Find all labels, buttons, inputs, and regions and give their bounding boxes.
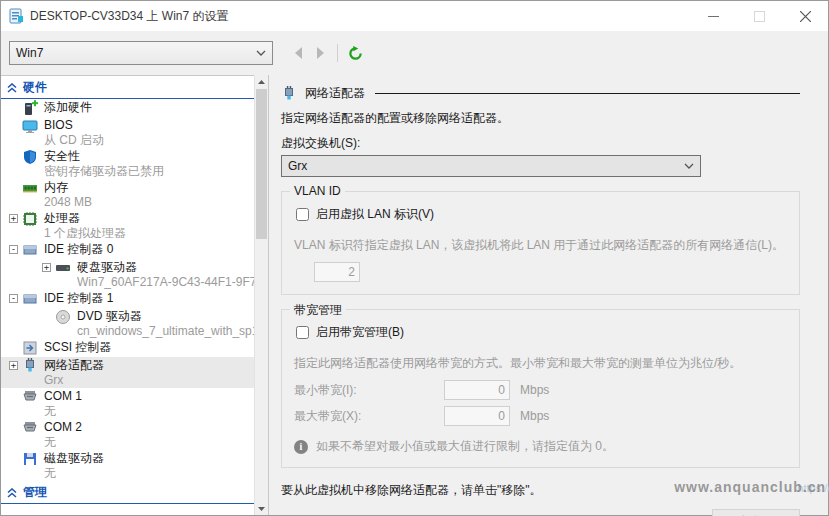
sidebar-item-scsi-controller[interactable]: SCSI 控制器 (1, 339, 255, 357)
vm-selector-dropdown[interactable]: Win7 (9, 41, 273, 65)
header-rule (375, 93, 800, 94)
network-adapter-icon (22, 358, 38, 374)
collapse-toggle[interactable]: - (9, 294, 18, 303)
panel-title: 网络适配器 (305, 85, 365, 102)
refresh-button[interactable] (344, 42, 366, 64)
bandwidth-group-label: 带宽管理 (290, 302, 346, 319)
floppy-drive-icon (22, 451, 38, 467)
ide-controller-icon (22, 291, 38, 307)
toolbar: Win7 (1, 31, 828, 75)
ide-controller-icon (22, 242, 38, 258)
min-bandwidth-label: 最小带宽(I): (294, 382, 444, 399)
sidebar-item-processor[interactable]: + 处理器 1 个虚拟处理器 (1, 210, 255, 241)
bandwidth-groupbox: 带宽管理 启用带宽管理(B) 指定此网络适配器使用网络带宽的方式。最小带宽和最大… (281, 309, 800, 468)
title-bar: DESKTOP-CV33D34 上 Win7 的设置 (1, 1, 828, 31)
sidebar-item-com1[interactable]: COM 1 无 (1, 388, 255, 419)
sidebar-item-hard-drive[interactable]: + 硬盘驱动器 Win7_60AF217A-9C43-44F1-9F74-... (1, 259, 255, 290)
virtual-switch-label: 虚拟交换机(S): (281, 135, 800, 152)
close-button[interactable] (782, 1, 828, 31)
remove-instruction-text: 要从此虚拟机中移除网络适配器，请单击"移除"。 (281, 482, 800, 499)
sidebar-section-hardware[interactable]: 硬件 (1, 76, 255, 99)
vlan-description: VLAN 标识符指定虚拟 LAN，该虚拟机将此 LAN 用于通过此网络适配器的所… (294, 237, 787, 254)
sidebar-item-com2[interactable]: COM 2 无 (1, 419, 255, 450)
bandwidth-description: 指定此网络适配器使用网络带宽的方式。最小带宽和最大带宽的测量单位为兆位/秒。 (294, 355, 787, 372)
vm-selector-value: Win7 (16, 46, 256, 60)
expand-toggle[interactable]: + (42, 263, 51, 272)
max-bandwidth-unit: Mbps (520, 409, 549, 423)
vlan-group-label: VLAN ID (290, 184, 345, 198)
sidebar-scrollbar[interactable] (254, 75, 268, 515)
scroll-up-icon[interactable] (255, 75, 268, 88)
cpu-icon (22, 211, 38, 227)
scroll-down-icon[interactable] (255, 502, 268, 515)
info-icon: i (294, 440, 308, 454)
minimize-button[interactable] (690, 1, 736, 31)
max-bandwidth-input[interactable] (444, 406, 510, 426)
enable-vlan-checkbox[interactable] (296, 208, 309, 221)
arrow-left-icon (294, 47, 303, 59)
security-shield-icon (22, 149, 38, 165)
vlan-id-input[interactable] (314, 262, 360, 282)
com-port-icon (22, 389, 38, 405)
enable-vlan-label: 启用虚拟 LAN 标识(V) (316, 206, 434, 223)
sidebar-item-ide-controller-0[interactable]: - IDE 控制器 0 (1, 241, 255, 259)
section-label: 管理 (23, 484, 47, 501)
toolbar-separator (337, 44, 338, 62)
navigate-forward-button[interactable] (309, 42, 331, 64)
settings-app-icon (8, 8, 24, 24)
bios-icon (22, 118, 38, 134)
add-hardware-icon (22, 100, 38, 116)
navigate-back-button[interactable] (287, 42, 309, 64)
scsi-controller-icon (22, 340, 38, 356)
sidebar-item-bios[interactable]: BIOS 从 CD 启动 (1, 117, 255, 148)
section-label: 硬件 (23, 79, 47, 96)
chevron-down-icon (256, 50, 266, 56)
collapse-chevrons-icon (7, 83, 17, 93)
min-bandwidth-input[interactable] (444, 380, 510, 400)
maximize-button (736, 1, 782, 31)
sidebar-item-add-hardware[interactable]: 添加硬件 (1, 99, 255, 117)
window-title: DESKTOP-CV33D34 上 Win7 的设置 (30, 8, 229, 25)
scrollbar-thumb[interactable] (256, 89, 267, 239)
remove-button[interactable]: 移除(R) (712, 509, 800, 516)
max-bandwidth-label: 最大带宽(X): (294, 408, 444, 425)
enable-bandwidth-label: 启用带宽管理(B) (316, 324, 404, 341)
hyperv-settings-window: DESKTOP-CV33D34 上 Win7 的设置 Win7 (0, 0, 829, 516)
sidebar-item-security[interactable]: 安全性 密钥存储驱动器已禁用 (1, 148, 255, 179)
expand-toggle[interactable]: + (9, 214, 18, 223)
vlan-groupbox: VLAN ID 启用虚拟 LAN 标识(V) VLAN 标识符指定虚拟 LAN，… (281, 191, 800, 295)
sidebar-item-dvd-drive[interactable]: DVD 驱动器 cn_windows_7_ultimate_with_sp1_.… (1, 308, 255, 339)
virtual-switch-dropdown[interactable]: Grx (281, 155, 701, 177)
com-port-icon (22, 420, 38, 436)
dvd-drive-icon (55, 309, 71, 325)
min-bandwidth-unit: Mbps (520, 383, 549, 397)
refresh-icon (348, 46, 363, 61)
collapse-toggle[interactable]: - (9, 245, 18, 254)
network-adapter-settings-panel: 网络适配器 指定网络适配器的配置或移除网络适配器。 虚拟交换机(S): Grx … (269, 75, 828, 515)
network-adapter-icon (281, 86, 297, 102)
sidebar-item-ide-controller-1[interactable]: - IDE 控制器 1 (1, 290, 255, 308)
panel-intro-text: 指定网络适配器的配置或移除网络适配器。 (281, 110, 800, 127)
bandwidth-note: 如果不希望对最小值或最大值进行限制，请指定值为 0。 (316, 438, 614, 455)
enable-bandwidth-checkbox[interactable] (296, 326, 309, 339)
hard-drive-icon (55, 260, 71, 276)
memory-icon (22, 180, 38, 196)
collapse-chevrons-icon (7, 488, 17, 498)
arrow-right-icon (316, 47, 325, 59)
sidebar-item-memory[interactable]: 内存 2048 MB (1, 179, 255, 210)
sidebar-section-management[interactable]: 管理 (1, 481, 255, 504)
expand-toggle[interactable]: + (9, 361, 18, 370)
chevron-down-icon (684, 163, 694, 169)
sidebar-item-floppy-drive[interactable]: 磁盘驱动器 无 (1, 450, 255, 481)
virtual-switch-value: Grx (288, 159, 684, 173)
hardware-tree-sidebar: 硬件 添加硬件 (1, 75, 269, 515)
sidebar-item-network-adapter[interactable]: + 网络适配器 Grx (1, 357, 255, 388)
